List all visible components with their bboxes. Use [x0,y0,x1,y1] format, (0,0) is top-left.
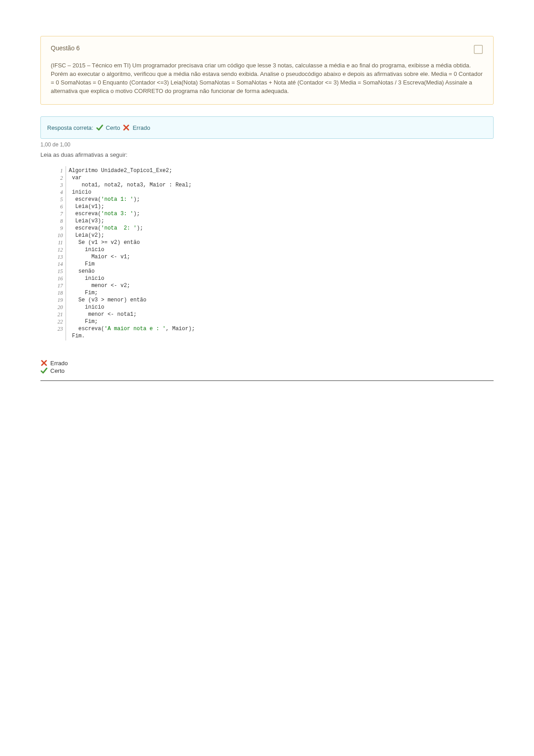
code-block: 1234567891011121314151617181920212223 Al… [53,166,494,340]
prompt-text: Leia as duas afirmativas a seguir: [40,151,494,158]
mark-total: 1,00 [60,141,70,148]
question-title: Questão 6 [51,44,80,52]
answer-option-right[interactable]: Certo [40,367,494,374]
code-gutter: 1234567891011121314151617181920212223 [53,166,66,340]
question-body: (IFSC – 2015 – Técnico em TI) Um program… [51,62,483,95]
status-prefix: Resposta correta: [47,124,93,131]
answer-option-right-label: Certo [50,367,65,374]
question-box: Questão 6 (IFSC – 2015 – Técnico em TI) … [40,36,494,105]
answer-option-wrong[interactable]: Errado [40,359,494,367]
question-header: Questão 6 [51,44,483,54]
flag-icon[interactable] [473,44,483,54]
mark-line: 1,00 de 1,00 [40,141,494,148]
answer-options: Errado Certo [40,359,494,381]
cross-icon [123,124,130,131]
status-correct-segment: Certo [96,124,120,131]
mark-of: de [53,141,58,148]
svg-rect-0 [474,45,482,53]
status-panel: Resposta correta: Certo Errado [40,116,494,139]
check-icon [40,367,48,374]
cross-icon [40,359,48,367]
bottom-divider [40,380,494,381]
answer-option-wrong-label: Errado [50,360,68,367]
status-wrong-label: Errado [132,124,150,131]
code-content: Algoritmo Unidade2_Topico1_Exe2; var not… [66,166,195,340]
status-correct-label: Certo [106,124,120,131]
mark-scored: 1,00 [40,141,51,148]
status-wrong-segment: Errado [123,124,150,131]
check-icon [96,124,103,131]
